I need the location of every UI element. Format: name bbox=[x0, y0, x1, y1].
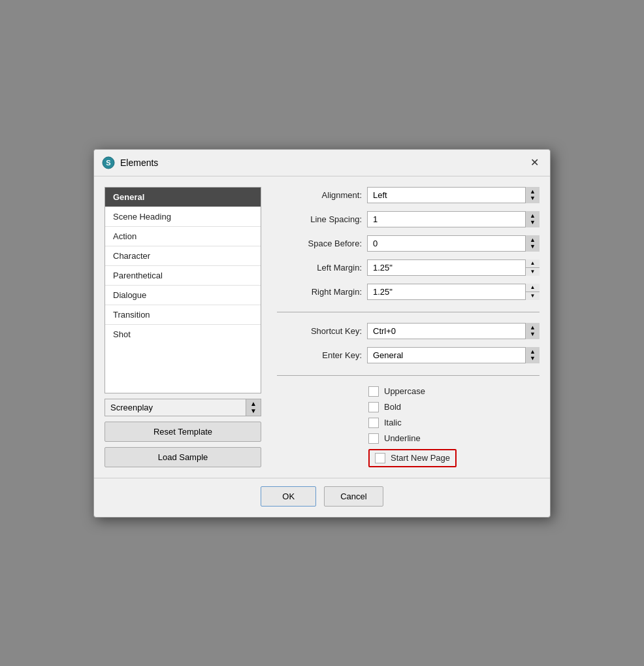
screenplay-select[interactable]: Screenplay bbox=[105, 399, 261, 416]
divider-1 bbox=[277, 312, 539, 312]
enter-key-control: General Scene Heading Action ▲▼ bbox=[367, 347, 539, 363]
left-margin-spinner: ▲ ▼ bbox=[525, 259, 539, 276]
title-bar-left: S Elements bbox=[102, 156, 158, 169]
right-margin-spinner: ▲ ▼ bbox=[525, 284, 539, 300]
right-margin-input[interactable] bbox=[367, 284, 539, 300]
reset-template-button[interactable]: Reset Template bbox=[105, 422, 261, 442]
shortcut-key-label: Shortcut Key: bbox=[277, 326, 362, 336]
element-item-parenthetical[interactable]: Parenthetical bbox=[105, 266, 261, 286]
line-spacing-select[interactable]: 1 1.5 2 bbox=[367, 211, 539, 227]
dialog-title: Elements bbox=[120, 158, 158, 168]
cancel-button[interactable]: Cancel bbox=[324, 486, 383, 507]
element-item-action[interactable]: Action bbox=[105, 227, 261, 246]
bold-label: Bold bbox=[384, 402, 401, 412]
screenplay-select-wrap: Screenplay ▲▼ bbox=[105, 399, 261, 416]
element-item-dialogue[interactable]: Dialogue bbox=[105, 286, 261, 305]
right-margin-label: Right Margin: bbox=[277, 287, 362, 297]
left-margin-control: ▲ ▼ bbox=[367, 259, 539, 276]
element-item-scene-heading[interactable]: Scene Heading bbox=[105, 207, 261, 227]
start-new-page-label: Start New Page bbox=[391, 453, 450, 463]
alignment-control: Left Center Right ▲▼ bbox=[367, 187, 539, 203]
elements-dialog: S Elements ✕ General Scene Heading Actio… bbox=[93, 149, 551, 518]
left-panel: General Scene Heading Action Character P… bbox=[105, 187, 261, 467]
left-margin-down[interactable]: ▼ bbox=[526, 268, 539, 276]
uppercase-label: Uppercase bbox=[384, 386, 425, 396]
alignment-select[interactable]: Left Center Right bbox=[367, 187, 539, 203]
space-before-label: Space Before: bbox=[277, 239, 362, 248]
italic-checkbox[interactable] bbox=[368, 418, 379, 428]
alignment-label: Alignment: bbox=[277, 190, 362, 200]
space-before-row: Space Before: 0 1 2 ▲▼ bbox=[277, 235, 539, 252]
right-margin-control: ▲ ▼ bbox=[367, 284, 539, 300]
enter-key-label: Enter Key: bbox=[277, 350, 362, 360]
dialog-footer: OK Cancel bbox=[94, 478, 550, 517]
right-panel: Alignment: Left Center Right ▲▼ Line Spa… bbox=[277, 187, 539, 467]
left-margin-row: Left Margin: ▲ ▼ bbox=[277, 259, 539, 276]
enter-key-select[interactable]: General Scene Heading Action bbox=[367, 347, 539, 363]
uppercase-checkbox[interactable] bbox=[368, 386, 379, 397]
right-margin-up[interactable]: ▲ bbox=[526, 284, 539, 292]
divider-2 bbox=[277, 375, 539, 376]
checkboxes-section: Uppercase Bold Italic Underline Start Ne… bbox=[368, 386, 539, 467]
shortcut-key-select[interactable]: Ctrl+0 Ctrl+1 bbox=[367, 323, 539, 339]
start-new-page-checkbox[interactable] bbox=[375, 453, 385, 463]
title-bar: S Elements ✕ bbox=[94, 150, 550, 176]
element-item-character[interactable]: Character bbox=[105, 246, 261, 266]
italic-label: Italic bbox=[384, 418, 402, 427]
line-spacing-row: Line Spacing: 1 1.5 2 ▲▼ bbox=[277, 211, 539, 227]
uppercase-row[interactable]: Uppercase bbox=[368, 386, 425, 397]
bold-row[interactable]: Bold bbox=[368, 402, 401, 412]
element-list: General Scene Heading Action Character P… bbox=[105, 187, 261, 393]
space-before-select[interactable]: 0 1 2 bbox=[367, 235, 539, 252]
enter-key-row: Enter Key: General Scene Heading Action … bbox=[277, 347, 539, 363]
element-item-transition[interactable]: Transition bbox=[105, 305, 261, 325]
app-icon: S bbox=[102, 156, 115, 169]
space-before-control: 0 1 2 ▲▼ bbox=[367, 235, 539, 252]
shortcut-key-row: Shortcut Key: Ctrl+0 Ctrl+1 ▲▼ bbox=[277, 323, 539, 339]
dialog-body: General Scene Heading Action Character P… bbox=[94, 176, 550, 478]
shortcut-key-control: Ctrl+0 Ctrl+1 ▲▼ bbox=[367, 323, 539, 339]
bold-checkbox[interactable] bbox=[368, 402, 379, 412]
element-item-shot[interactable]: Shot bbox=[105, 325, 261, 344]
right-margin-down[interactable]: ▼ bbox=[526, 292, 539, 300]
svg-text:S: S bbox=[106, 159, 110, 167]
left-margin-input[interactable] bbox=[367, 259, 539, 276]
line-spacing-control: 1 1.5 2 ▲▼ bbox=[367, 211, 539, 227]
line-spacing-label: Line Spacing: bbox=[277, 214, 362, 224]
left-margin-label: Left Margin: bbox=[277, 263, 362, 273]
ok-button[interactable]: OK bbox=[261, 486, 316, 507]
underline-checkbox[interactable] bbox=[368, 433, 379, 444]
italic-row[interactable]: Italic bbox=[368, 418, 402, 428]
underline-label: Underline bbox=[384, 433, 421, 443]
alignment-row: Alignment: Left Center Right ▲▼ bbox=[277, 187, 539, 203]
right-margin-row: Right Margin: ▲ ▼ bbox=[277, 284, 539, 300]
element-item-general[interactable]: General bbox=[105, 188, 261, 207]
start-new-page-row[interactable]: Start New Page bbox=[368, 449, 457, 467]
underline-row[interactable]: Underline bbox=[368, 433, 421, 444]
load-sample-button[interactable]: Load Sample bbox=[105, 447, 261, 467]
left-margin-up[interactable]: ▲ bbox=[526, 259, 539, 268]
close-button[interactable]: ✕ bbox=[526, 155, 542, 171]
